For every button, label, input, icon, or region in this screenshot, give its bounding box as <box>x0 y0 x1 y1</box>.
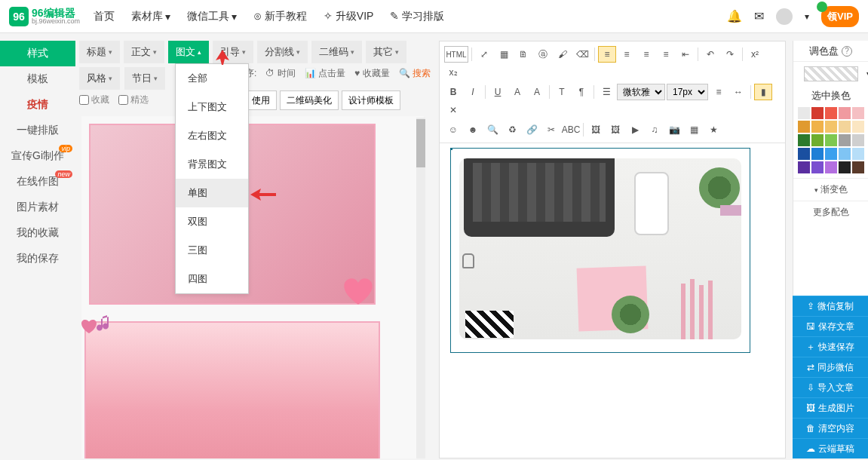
font-bg-icon[interactable]: A <box>508 84 526 100</box>
left-tab[interactable]: 疫情 <box>0 92 75 118</box>
color-swatch[interactable] <box>798 161 810 173</box>
vip-badge[interactable]: 领VIP <box>821 6 859 27</box>
table-icon[interactable]: ▦ <box>685 121 703 138</box>
face2-icon[interactable]: ☻ <box>464 121 482 138</box>
camera-icon[interactable]: 📷 <box>665 121 683 138</box>
action-button[interactable]: 🖫保存文章 <box>793 316 868 336</box>
action-button[interactable]: 🖼生成图片 <box>793 397 868 418</box>
sort-clicks[interactable]: 📊 点击量 <box>305 67 345 80</box>
category-button[interactable]: 正文▾ <box>124 41 164 63</box>
line-height-icon[interactable]: ≡ <box>710 84 728 100</box>
eraser-icon[interactable]: ⌫ <box>573 46 591 63</box>
color-swatch[interactable] <box>825 161 837 173</box>
filter-style[interactable]: 风格▾ <box>79 67 120 90</box>
color-swatch[interactable] <box>839 107 851 119</box>
size-select[interactable]: 17px <box>667 84 708 100</box>
align-justify-icon[interactable]: ≡ <box>657 46 675 63</box>
nav-wechat-tools[interactable]: 微信工具 ▾ <box>187 10 237 23</box>
chip-qr-beautify[interactable]: 二维码美化 <box>280 90 339 110</box>
face1-icon[interactable]: ☺ <box>444 121 462 138</box>
dropdown-item[interactable]: 单图 <box>176 179 248 207</box>
video-icon[interactable]: ▶ <box>626 121 644 138</box>
left-tab[interactable]: 图片素材 <box>0 195 75 220</box>
color-swatch[interactable] <box>811 148 824 160</box>
color-swatch[interactable] <box>811 107 824 119</box>
abc-icon[interactable]: ABC <box>562 121 580 138</box>
left-tab[interactable]: 模板 <box>0 66 75 92</box>
image2-icon[interactable]: 🖼 <box>606 121 624 138</box>
category-button[interactable]: 分割线▾ <box>257 41 308 63</box>
redo-icon[interactable]: ↷ <box>721 46 739 63</box>
font-color-icon[interactable]: A <box>528 84 546 100</box>
color-swatch[interactable] <box>825 148 837 160</box>
expand-icon[interactable]: ⤢ <box>475 46 493 63</box>
color-swatch[interactable] <box>798 134 810 146</box>
avatar[interactable] <box>776 8 793 25</box>
template-card[interactable] <box>84 321 380 458</box>
action-button[interactable]: ＋快速保存 <box>793 336 868 357</box>
list-icon[interactable]: ☰ <box>597 84 615 100</box>
color-swatch[interactable] <box>798 148 810 160</box>
category-button[interactable]: 其它▾ <box>366 41 406 63</box>
left-tab[interactable]: 宣传Gi制作vip <box>0 143 75 169</box>
color-swatch[interactable] <box>839 161 851 173</box>
align-left-icon[interactable]: ≡ <box>598 46 616 63</box>
align-right-icon[interactable]: ≡ <box>637 46 655 63</box>
code-icon[interactable]: ⓐ <box>534 46 552 63</box>
category-button[interactable]: 二维码▾ <box>311 41 362 63</box>
sort-favs[interactable]: ♥ 收藏量 <box>354 67 389 80</box>
mail-icon[interactable]: ✉ <box>754 9 764 23</box>
emoji-icon[interactable]: ★ <box>704 121 722 138</box>
left-tab[interactable]: 样式 <box>0 41 75 66</box>
color-swatch[interactable] <box>811 121 824 133</box>
template-scrollbar-thumb[interactable] <box>416 119 425 167</box>
italic-icon[interactable]: I <box>464 84 482 100</box>
nav-materials[interactable]: 素材库 ▾ <box>131 10 170 23</box>
editor-canvas[interactable] <box>440 143 785 460</box>
logo[interactable]: 96 96编辑器 bj.96weixin.com <box>9 7 80 26</box>
subscript-icon[interactable]: x₂ <box>444 64 462 81</box>
indent-icon[interactable]: ⇤ <box>676 46 695 63</box>
search-icon[interactable]: 🔍 <box>483 121 501 138</box>
color-swatch[interactable] <box>839 148 851 160</box>
unlink-icon[interactable]: ✂ <box>542 121 560 138</box>
dropdown-item[interactable]: 三图 <box>176 236 248 265</box>
undo-icon[interactable]: ↶ <box>701 46 719 63</box>
check-fav[interactable]: 收藏 <box>79 94 109 106</box>
check-featured[interactable]: 精选 <box>118 94 149 106</box>
color-swatch[interactable] <box>839 121 851 133</box>
more-colors-link[interactable]: 更多配色 <box>793 201 868 223</box>
sort-time[interactable]: ⏱ 时间 <box>265 67 295 80</box>
link-icon[interactable]: 🔗 <box>523 121 541 138</box>
bold-icon[interactable]: B <box>444 84 462 100</box>
underline-icon[interactable]: U <box>489 84 507 100</box>
chevron-down-icon[interactable]: ▾ <box>805 11 809 22</box>
action-button[interactable]: ⇪微信复制 <box>793 296 868 316</box>
category-button[interactable]: 图文▴ <box>168 41 209 63</box>
preview-icon[interactable]: ▦ <box>495 46 513 63</box>
dropdown-item[interactable]: 上下图文 <box>176 93 248 121</box>
action-button[interactable]: ☁云端草稿 <box>793 438 868 458</box>
dropdown-item[interactable]: 左右图文 <box>176 121 248 150</box>
filter-festival[interactable]: 节日▾ <box>124 67 165 90</box>
gradient-link[interactable]: ▾渐变色 <box>793 178 868 201</box>
color-swatch[interactable] <box>825 107 837 119</box>
color-swatch[interactable] <box>798 107 810 119</box>
left-tab[interactable]: 在线作图new <box>0 169 75 195</box>
color-swatch[interactable] <box>852 134 864 146</box>
nav-tutorial[interactable]: ⊙ 新手教程 <box>253 10 307 23</box>
color-swatch[interactable] <box>852 107 864 119</box>
nav-upgrade-vip[interactable]: ✧ 升级VIP <box>324 10 373 23</box>
color-swatch[interactable] <box>852 161 864 173</box>
text-icon[interactable]: T <box>553 84 571 100</box>
nav-learn-layout[interactable]: ✎ 学习排版 <box>390 10 444 23</box>
dropdown-item[interactable]: 全部 <box>176 64 248 93</box>
dropdown-item[interactable]: 背景图文 <box>176 150 248 179</box>
help-icon[interactable]: ? <box>842 46 852 57</box>
html-button[interactable]: HTML <box>444 46 468 63</box>
spacing-icon[interactable]: ↔ <box>729 84 747 100</box>
page-icon[interactable]: 🗎 <box>514 46 532 63</box>
chip-recent-use[interactable]: 使用 <box>245 90 277 110</box>
audio-icon[interactable]: ♫ <box>646 121 664 138</box>
color-swatch[interactable] <box>811 161 824 173</box>
